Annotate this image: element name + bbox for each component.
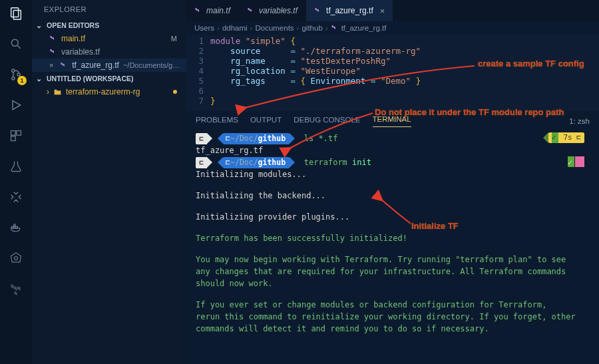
marketplace-icon[interactable] [8, 189, 24, 205]
open-editors-header[interactable]: ⌄ OPEN EDITORS [32, 19, 186, 32]
tab-tf-azure-rg[interactable]: tf_azure_rg.tf × [306, 0, 393, 21]
file-icon [331, 24, 339, 32]
terminal-line: commands will detect it and remind you t… [196, 323, 590, 335]
svg-rect-0 [11, 8, 19, 17]
tab-variables-tf[interactable]: variables.tf [239, 0, 306, 21]
panel-tab-output[interactable]: OUTPUT [250, 116, 282, 127]
panel-tabs: PROBLEMS OUTPUT DEBUG CONSOLE TERMINAL 1… [186, 111, 599, 127]
chevron-right-icon: › [47, 87, 49, 96]
kubernetes-icon[interactable] [8, 250, 24, 266]
folder-icon [53, 88, 62, 96]
terminal-line: should now work. [196, 277, 590, 289]
terminal-line: any changes that are required for your i… [196, 266, 590, 277]
open-editor-main-tf[interactable]: main.tf M [32, 32, 186, 45]
close-icon[interactable]: × [380, 6, 385, 16]
time-badge: ✓ 7s ⊏ [548, 132, 584, 143]
editor-tabs: main.tf variables.tf tf_azure_rg.tf × [186, 0, 599, 21]
svg-point-4 [12, 69, 15, 72]
terminal-line: You may now begin working with Terraform… [196, 254, 590, 266]
svg-marker-15 [11, 253, 21, 262]
svg-point-2 [11, 39, 18, 46]
open-editor-tf-azure-rg[interactable]: × tf_azure_rg.tf ~/Documents/git... [32, 59, 186, 72]
editor-group: main.tf variables.tf tf_azure_rg.tf × Us… [186, 0, 599, 364]
extensions-icon[interactable] [8, 128, 24, 144]
search-icon[interactable] [8, 36, 24, 52]
svg-point-5 [12, 77, 15, 80]
chevron-down-icon: ⌄ [36, 21, 44, 29]
explorer-icon[interactable] [8, 5, 24, 21]
terminal-line: Terraform has been successfully initiali… [196, 232, 590, 244]
status-badge: ✓ [568, 156, 584, 167]
svg-marker-7 [13, 100, 21, 109]
terminal-line: If you ever set or change modules or bac… [196, 299, 590, 311]
terraform-icon[interactable] [8, 281, 24, 297]
prompt-path: ⊏ ~/Doc/github [223, 157, 290, 168]
activity-bar: 1 [0, 0, 32, 364]
sidebar-title: EXPLORER [32, 0, 186, 19]
debug-icon[interactable] [8, 97, 24, 113]
source-control-badge: 1 [17, 76, 27, 85]
terminal-line: Initializing modules... [196, 168, 590, 180]
chevron-down-icon: ⌄ [36, 75, 44, 83]
terminal-selector[interactable]: 1: zsh [569, 117, 590, 125]
terminal-line: rerun this command to reinitialize your … [196, 311, 590, 323]
folder-terraform-azurerm-rg[interactable]: › terraform-azurerm-rg [32, 85, 186, 98]
svg-line-3 [18, 46, 21, 49]
source-control-icon[interactable]: 1 [8, 67, 24, 83]
panel-tab-problems[interactable]: PROBLEMS [196, 116, 238, 127]
prompt-lead-icon: ⊏ [196, 133, 207, 144]
svg-rect-9 [17, 131, 21, 136]
tab-main-tf[interactable]: main.tf [186, 0, 239, 21]
panel-tab-terminal[interactable]: TERMINAL [373, 115, 411, 127]
breadcrumb[interactable]: Users› ddhami› Documents› github› tf_azu… [186, 21, 599, 35]
terminal-line: tf_azure_rg.tf [196, 144, 590, 156]
terminal[interactable]: ⊏ ⊏ ~/Doc/github ls *.tf ✓ 7s ⊏ tf_azure… [186, 127, 599, 364]
svg-rect-14 [14, 224, 16, 226]
code-editor[interactable]: 1module "simple" { 2 source = "./terrafo… [186, 35, 599, 111]
terminal-line: Initializing the backend... [196, 190, 590, 202]
prompt-lead-icon: ⊏ [196, 157, 207, 168]
panel-tab-debug[interactable]: DEBUG CONSOLE [294, 116, 360, 127]
terminal-line: Initializing provider plugins... [196, 211, 590, 223]
close-icon[interactable]: × [49, 61, 53, 69]
docker-icon[interactable] [8, 220, 24, 236]
modified-dot-icon [173, 90, 177, 94]
explorer-sidebar: EXPLORER ⌄ OPEN EDITORS main.tf M variab… [32, 0, 186, 364]
svg-rect-1 [13, 10, 21, 19]
workspace-header[interactable]: ⌄ UNTITLED (WORKSPACE) [32, 72, 186, 85]
open-editor-variables-tf[interactable]: variables.tf [32, 45, 186, 59]
prompt-path: ⊏ ~/Doc/github [223, 133, 290, 144]
svg-rect-8 [11, 131, 16, 136]
svg-point-16 [15, 257, 18, 260]
svg-rect-10 [11, 136, 16, 141]
test-icon[interactable] [8, 158, 24, 174]
